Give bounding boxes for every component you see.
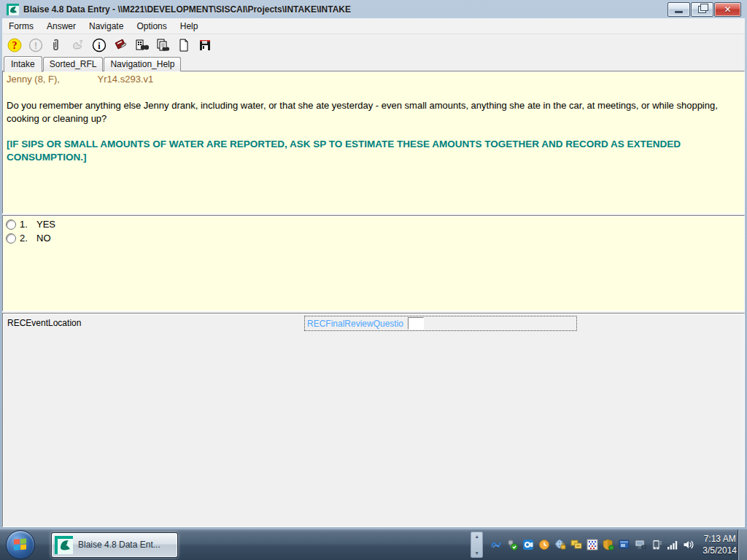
taskbar: Blaise 4.8 Data Ent... ▲ ▼ (0, 529, 747, 560)
usb-safely-remove-icon[interactable] (506, 539, 519, 551)
app-window-icon[interactable] (619, 539, 631, 551)
tab-sorted-rfl[interactable]: Sorted_RFL (43, 57, 104, 71)
new-form-icon[interactable] (176, 37, 191, 52)
secure-globe-icon[interactable] (554, 539, 567, 551)
blaise-taskbar-icon (55, 536, 73, 554)
respondent-label: Jenny (8, F), (7, 74, 60, 85)
radio-button-no[interactable] (6, 233, 16, 244)
tab-intake[interactable]: Intake (4, 56, 42, 72)
clock-date: 3/5/2014 (703, 545, 737, 556)
search-form-icon[interactable] (133, 37, 149, 52)
network-activity-icon[interactable] (490, 539, 503, 551)
start-button[interactable] (6, 530, 35, 559)
active-field-cell[interactable]: RECFinalReviewQuestio (304, 316, 577, 331)
restore-button[interactable] (691, 2, 713, 17)
taskbar-clock[interactable]: 7:13 AM 3/5/2014 (703, 533, 737, 556)
edit-notes-icon[interactable] (112, 37, 128, 52)
menu-options[interactable]: Options (130, 19, 173, 34)
toolbar: ? ! ? i (2, 34, 745, 55)
field-label-receventlocation: RECEventLocation (7, 318, 81, 328)
mobile-device-icon[interactable] (651, 539, 663, 551)
network-monitor-icon[interactable] (635, 539, 647, 551)
tray-scroll-up-icon[interactable]: ▲ (474, 534, 479, 539)
info-icon[interactable]: i (91, 37, 107, 52)
special-answer-icon[interactable]: ? (70, 37, 85, 52)
svg-text:!: ! (34, 40, 37, 50)
radio-button-yes[interactable] (6, 219, 16, 230)
menu-forms[interactable]: Forms (2, 19, 40, 34)
answer-pane: 1. YES 2. NO (2, 215, 745, 311)
menu-navigate[interactable]: Navigate (82, 19, 130, 34)
svg-text:?: ? (79, 39, 82, 45)
system-tray: ▲ ▼ (471, 529, 737, 560)
minimize-button[interactable] (667, 2, 690, 17)
option-number: 1. (20, 219, 32, 230)
active-field-label: RECFinalReviewQuestio (305, 319, 408, 329)
remark-paperclip-icon[interactable] (49, 37, 64, 52)
volume-icon[interactable] (683, 539, 695, 551)
survey-version-label: Yr14.s293.v1 (98, 74, 154, 85)
question-text: Do you remember anything else Jenny dran… (7, 99, 738, 125)
help-icon[interactable]: ? (7, 37, 22, 52)
tray-scrollbar[interactable]: ▲ ▼ (471, 532, 483, 558)
svg-text:?: ? (12, 40, 17, 51)
menu-help[interactable]: Help (174, 19, 205, 34)
show-desktop-button[interactable] (738, 529, 747, 560)
search-text-icon[interactable] (155, 37, 170, 52)
taskbar-app-button-blaise[interactable]: Blaise 4.8 Data Ent... (51, 532, 178, 558)
window-title: Blaise 4.8 Data Entry - \\M221\DEVELOPME… (23, 4, 351, 15)
answer-option-yes[interactable]: 1. YES (6, 219, 741, 230)
signal-strength-icon[interactable] (667, 539, 679, 551)
tab-navigation-help[interactable]: Navigation_Help (104, 57, 181, 71)
form-content: Jenny (8, F), Yr14.s293.v1 Do you rememb… (2, 71, 745, 527)
windows-logo-icon (14, 538, 27, 551)
field-grid-pane: RECEventLocation RECFinalReviewQuestio (2, 313, 745, 527)
sync-clock-icon[interactable] (538, 539, 551, 551)
remote-grid-icon[interactable] (587, 539, 599, 551)
blaise-app-icon[interactable] (7, 4, 19, 15)
menu-bar: Forms Answer Navigate Options Help (2, 18, 745, 34)
security-shield-icon[interactable] (603, 539, 615, 551)
question-info-pane: Jenny (8, F), Yr14.s293.v1 Do you rememb… (2, 71, 745, 214)
dual-display-icon[interactable] (570, 539, 583, 551)
option-label: NO (36, 233, 51, 244)
save-icon[interactable] (197, 37, 212, 52)
interviewer-instruction: [IF SIPS OR SMALL AMOUNTS OF WATER ARE R… (7, 138, 721, 163)
option-label: YES (36, 219, 55, 230)
close-button[interactable]: ✕ (714, 2, 741, 17)
option-number: 2. (20, 233, 32, 244)
question-header: Jenny (8, F), Yr14.s293.v1 (7, 74, 740, 85)
menu-answer[interactable]: Answer (40, 19, 82, 34)
app-window: Blaise 4.8 Data Entry - \\M221\DEVELOPME… (0, 0, 747, 529)
clock-time: 7:13 AM (703, 533, 737, 545)
tray-scroll-down-icon[interactable]: ▼ (474, 551, 479, 556)
error-icon[interactable]: ! (28, 37, 43, 52)
taskbar-app-button-label: Blaise 4.8 Data Ent... (78, 540, 160, 550)
outlook-icon[interactable] (522, 539, 535, 551)
screen: Blaise 4.8 Data Entry - \\M221\DEVELOPME… (0, 0, 747, 560)
answer-option-no[interactable]: 2. NO (6, 233, 741, 244)
tab-strip: Intake Sorted_RFL Navigation_Help (2, 55, 745, 71)
title-bar: Blaise 4.8 Data Entry - \\M221\DEVELOPME… (2, 0, 745, 18)
answer-input[interactable] (408, 317, 424, 330)
